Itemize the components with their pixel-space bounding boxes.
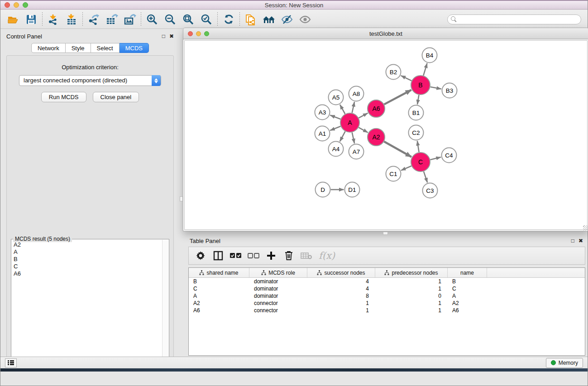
graph-edge-C-C1[interactable]	[401, 166, 411, 171]
splitter-handle[interactable]	[383, 232, 388, 235]
result-item[interactable]: A6	[14, 270, 162, 277]
new-network-from-selection-button[interactable]	[242, 12, 260, 27]
column-header[interactable]: MCDS role	[249, 268, 307, 277]
result-scrollbar[interactable]	[162, 240, 168, 358]
run-mcds-button[interactable]: Run MCDS	[41, 92, 86, 102]
resize-grip-icon[interactable]	[583, 225, 588, 230]
deselect-all-button[interactable]	[246, 249, 261, 262]
zoom-in-button[interactable]	[143, 12, 161, 27]
graph-node-B2[interactable]: B2	[386, 65, 401, 80]
tab-network[interactable]: Network	[31, 43, 66, 53]
search-input[interactable]	[447, 14, 581, 24]
column-header[interactable]: shared name	[189, 268, 249, 277]
graph-node-D[interactable]: D	[316, 182, 330, 197]
graph-edge-A-A2[interactable]	[359, 128, 368, 133]
close-panel-button[interactable]: Close panel	[93, 92, 139, 102]
graph-edge-B-B3[interactable]	[430, 87, 441, 89]
graph-edge-A-A8[interactable]	[352, 102, 354, 113]
svg-text:D1: D1	[348, 186, 356, 193]
close-panel-icon[interactable]: ✖	[169, 33, 174, 39]
column-header[interactable]: predecessor nodes	[375, 268, 448, 277]
graph-node-C1[interactable]: C1	[386, 167, 401, 181]
graph-node-B3[interactable]: B3	[442, 83, 457, 98]
graph-node-C[interactable]: C	[411, 152, 430, 172]
save-session-button[interactable]	[22, 12, 40, 27]
graph-node-A8[interactable]: A8	[349, 86, 364, 101]
export-table-button[interactable]	[103, 12, 121, 27]
graph-node-B4[interactable]: B4	[422, 48, 437, 63]
graph-edge-A-A4[interactable]	[340, 131, 345, 141]
graph-node-A6[interactable]: A6	[368, 100, 385, 117]
graph-node-A2[interactable]: A2	[368, 129, 385, 146]
column-settings-button[interactable]	[193, 249, 208, 262]
graph-node-B1[interactable]: B1	[409, 105, 424, 120]
close-panel-icon[interactable]: ✖	[578, 238, 583, 243]
export-image-button[interactable]	[121, 12, 139, 27]
import-table-button[interactable]	[62, 12, 81, 27]
export-network-button[interactable]	[85, 12, 103, 27]
open-session-button[interactable]	[4, 12, 22, 27]
toggle-columns-button[interactable]	[211, 249, 225, 262]
tab-mcds[interactable]: MCDS	[120, 43, 149, 53]
task-history-button[interactable]	[5, 358, 17, 367]
table-row[interactable]: Adominator80A	[189, 292, 585, 300]
graph-node-A4[interactable]: A4	[329, 142, 344, 157]
graph-node-A[interactable]: A	[340, 113, 359, 132]
zoom-fit-button[interactable]	[179, 12, 197, 27]
import-network-button[interactable]	[44, 12, 62, 27]
table-row[interactable]: A2connector11A2	[189, 300, 585, 307]
result-item[interactable]: B	[14, 256, 162, 263]
graph-node-C3[interactable]: C3	[423, 183, 438, 198]
graph-node-D1[interactable]: D1	[345, 182, 360, 197]
float-panel-icon[interactable]: □	[571, 238, 574, 243]
first-neighbors-button[interactable]	[260, 12, 278, 27]
graph-node-A1[interactable]: A1	[315, 126, 330, 141]
delete-column-button[interactable]	[282, 249, 296, 262]
table-row[interactable]: Bdominator41B	[189, 278, 585, 285]
memory-button[interactable]: Memory	[546, 358, 583, 368]
graph-edge-B-B2[interactable]	[401, 76, 412, 81]
graph-edge-A-A3[interactable]	[330, 115, 340, 119]
add-column-button[interactable]	[264, 249, 278, 262]
column-header[interactable]: name	[448, 268, 487, 277]
graph-edge-C-C3[interactable]	[424, 172, 427, 183]
hide-selected-button[interactable]	[278, 12, 296, 27]
graph-node-A5[interactable]: A5	[329, 90, 344, 105]
graph-edge-A-A6[interactable]	[359, 113, 368, 118]
optimization-criterion-select[interactable]: largest connected component (directed)	[19, 75, 161, 86]
graph-node-A7[interactable]: A7	[349, 144, 364, 159]
graph-edge-C-C2[interactable]	[417, 141, 419, 152]
graph-edge-A-A7[interactable]	[352, 132, 354, 143]
show-all-button[interactable]	[296, 12, 314, 27]
splitter-handle[interactable]	[180, 196, 183, 201]
refresh-button[interactable]	[220, 12, 238, 27]
graph-edge-B-B4[interactable]	[423, 63, 427, 76]
network-canvas[interactable]: AA2A6BCA1A3A4A5A7A8B1B2B3B4C1C2C3C4DD1	[184, 40, 588, 230]
zoom-selected-button[interactable]	[197, 12, 215, 27]
network-window-titlebar[interactable]: testGlobe.txt	[183, 28, 588, 39]
graph-edge-B-B1[interactable]	[417, 95, 419, 105]
graph-edge-A6-B[interactable]	[384, 90, 411, 105]
graph-edge-A2-C[interactable]	[384, 142, 411, 157]
result-item[interactable]: A	[14, 248, 162, 256]
float-panel-icon[interactable]: □	[162, 33, 165, 39]
zoom-out-button[interactable]	[161, 12, 179, 27]
table-row[interactable]: Cdominator41C	[189, 285, 585, 292]
tab-style[interactable]: Style	[66, 43, 91, 53]
delete-table-button[interactable]	[299, 249, 314, 262]
graph-edge-C-C4[interactable]	[430, 157, 441, 160]
graph-edge-A-A1[interactable]	[330, 126, 340, 130]
network-graph[interactable]: AA2A6BCA1A3A4A5A7A8B1B2B3B4C1C2C3C4DD1	[185, 41, 588, 230]
graph-node-B[interactable]: B	[411, 76, 430, 95]
graph-edge-A-A5[interactable]	[340, 105, 345, 114]
column-header[interactable]: successor nodes	[307, 268, 375, 277]
tab-select[interactable]: Select	[91, 43, 120, 53]
select-all-button[interactable]	[229, 249, 243, 262]
result-item[interactable]: A2	[14, 241, 162, 248]
graph-node-C2[interactable]: C2	[409, 125, 424, 140]
graph-node-A3[interactable]: A3	[315, 105, 330, 120]
table-row[interactable]: A6connector11A6	[189, 307, 585, 314]
graph-node-C4[interactable]: C4	[442, 148, 457, 163]
function-builder-button[interactable]: f(x)	[317, 249, 337, 262]
result-item[interactable]: C	[14, 263, 162, 270]
